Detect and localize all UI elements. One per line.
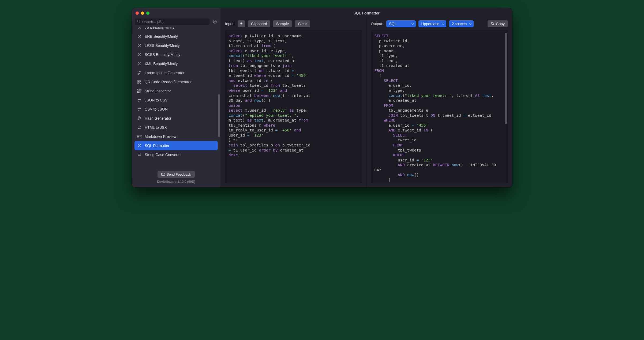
sidebar-item-less-beautify-minify[interactable]: LESS Beautify/Minify xyxy=(134,41,218,50)
casing-value: Uppercase xyxy=(421,22,439,26)
sidebar-item-qr-code-reader-generator[interactable]: QR Code Reader/Generator xyxy=(134,77,218,86)
svg-rect-15 xyxy=(491,22,493,24)
casing-select[interactable]: Uppercase xyxy=(418,20,446,27)
clipboard-button[interactable]: Clipboard xyxy=(248,20,270,27)
sidebar-item-label: Lorem Ipsum Generator xyxy=(145,71,185,75)
output-toolbar: Output: SQL Uppercase 2 spaces xyxy=(367,18,512,31)
wand-icon xyxy=(137,27,142,30)
panes: Input: Clipboard Sample Clear select p.t… xyxy=(221,18,512,187)
input-toolbar: Input: Clipboard Sample Clear xyxy=(221,18,366,31)
sidebar-item-label: HTML to JSX xyxy=(145,125,167,130)
window-close-button[interactable] xyxy=(136,12,139,15)
swap-icon xyxy=(137,125,142,130)
sidebar-item-hash-generator[interactable]: Hash Generator xyxy=(134,114,218,123)
sidebar-item-erb-beautify-minify[interactable]: ERB Beautify/Minify xyxy=(134,32,218,41)
copy-icon xyxy=(491,22,494,26)
sidebar-item-label: XML Beautify/Minify xyxy=(145,62,178,66)
sidebar-item-label: String Case Converter xyxy=(145,153,182,157)
wand-icon xyxy=(137,34,142,39)
sidebar-item-label: CSV to JSON xyxy=(145,107,168,111)
feedback-label: Send Feedback xyxy=(167,172,191,176)
sidebar-item-label: LESS Beautify/Minify xyxy=(145,43,180,48)
wand-icon xyxy=(137,43,142,48)
svg-rect-14 xyxy=(492,23,494,25)
svg-line-1 xyxy=(139,22,140,22)
sidebar-item-scss-beautify-minify[interactable]: SCSS Beautify/Minify xyxy=(134,50,218,59)
search-row: Search... (⌘/) xyxy=(132,18,220,27)
indent-select[interactable]: 2 spaces xyxy=(449,20,474,27)
sidebar-item-string-inspector[interactable]: ABC123String Inspector xyxy=(134,86,218,96)
sidebar-scrollbar[interactable] xyxy=(218,94,220,137)
dialect-select[interactable]: SQL xyxy=(386,20,416,27)
swap-icon xyxy=(137,97,142,103)
swap-icon xyxy=(137,152,142,157)
sidebar-item-label: SCSS Beautify/Minify xyxy=(145,52,180,57)
dialect-value: SQL xyxy=(389,22,396,26)
svg-point-0 xyxy=(137,20,140,22)
sidebar-item-label: String Inspector xyxy=(145,89,171,93)
indent-value: 2 spaces xyxy=(452,22,467,26)
search-icon xyxy=(137,20,140,24)
bolt-button[interactable] xyxy=(238,20,245,27)
input-pane: Input: Clipboard Sample Clear select p.t… xyxy=(221,18,366,187)
titlebar xyxy=(132,8,220,18)
svg-rect-7 xyxy=(140,80,141,82)
sidebar-item-label: Hash Generator xyxy=(145,116,171,120)
sidebar-item-html-to-jsx[interactable]: HTML to JSX xyxy=(134,123,218,132)
output-code-area[interactable]: SELECT p.twitter_id, p.username, p.name,… xyxy=(371,31,508,183)
lorem-icon: LOIP xyxy=(137,70,142,75)
input-label: Input: xyxy=(225,22,234,26)
svg-rect-6 xyxy=(138,80,139,82)
filter-button[interactable] xyxy=(212,19,218,25)
svg-rect-9 xyxy=(140,82,140,83)
sidebar-item-label: JS Beautify/Minify xyxy=(145,27,174,29)
output-pane: Output: SQL Uppercase 2 spaces xyxy=(366,18,512,187)
mail-icon xyxy=(161,172,165,176)
sidebar-item-lorem-ipsum-generator[interactable]: LOIPLorem Ipsum Generator xyxy=(134,68,218,77)
wand-icon xyxy=(137,61,142,66)
search-placeholder: Search... (⌘/) xyxy=(142,20,164,24)
window-minimize-button[interactable] xyxy=(141,12,144,15)
finger-icon xyxy=(137,116,142,121)
sample-button[interactable]: Sample xyxy=(273,20,292,27)
sidebar-item-label: QR Code Reader/Generator xyxy=(145,80,192,84)
sidebar-item-json-to-csv[interactable]: JSON to CSV xyxy=(134,96,218,105)
svg-rect-8 xyxy=(138,82,139,84)
wand-icon xyxy=(137,52,142,57)
sidebar-item-label: Markdown Preview xyxy=(145,134,176,139)
abc-icon: ABC123 xyxy=(137,88,142,94)
sidebar-item-js-beautify-minify[interactable]: JS Beautify/Minify xyxy=(134,27,218,32)
sidebar-item-string-case-converter[interactable]: String Case Converter xyxy=(134,150,218,159)
sidebar-item-csv-to-json[interactable]: CSV to JSON xyxy=(134,105,218,114)
app-window: Search... (⌘/) JS Beautify/MinifyERB Bea… xyxy=(132,8,512,187)
sidebar-item-label: SQL Formatter xyxy=(145,143,169,148)
output-label: Output: xyxy=(371,22,383,26)
sidebar-item-label: JSON to CSV xyxy=(145,98,168,102)
svg-rect-10 xyxy=(140,83,141,84)
wand-icon xyxy=(137,143,142,148)
search-input[interactable]: Search... (⌘/) xyxy=(134,18,210,25)
output-code: SELECT p.twitter_id, p.username, p.name,… xyxy=(375,33,505,182)
sidebar-footer: Send Feedback DevUtils.app 1.12.0 (99D) xyxy=(132,168,220,187)
sidebar-list[interactable]: JS Beautify/MinifyERB Beautify/MinifyLES… xyxy=(132,27,220,168)
send-feedback-button[interactable]: Send Feedback xyxy=(158,171,195,178)
sidebar-item-markdown-preview[interactable]: Markdown Preview xyxy=(134,132,218,141)
qr-icon xyxy=(137,79,142,85)
window-title: SQL Formatter xyxy=(221,8,512,18)
bolt-icon xyxy=(240,22,243,26)
output-scrollbar[interactable] xyxy=(505,33,507,124)
input-code: select p.twitter_id, p.username, p.name,… xyxy=(229,33,359,158)
swap-icon xyxy=(137,107,142,112)
sidebar: Search... (⌘/) JS Beautify/MinifyERB Bea… xyxy=(132,8,221,187)
copy-label: Copy xyxy=(496,22,505,26)
input-code-area[interactable]: select p.twitter_id, p.username, p.name,… xyxy=(225,31,362,183)
sidebar-item-xml-beautify-minify[interactable]: XML Beautify/Minify xyxy=(134,59,218,68)
clear-button[interactable]: Clear xyxy=(295,20,310,27)
app-version: DevUtils.app 1.12.0 (99D) xyxy=(132,180,220,184)
md-icon xyxy=(137,134,142,139)
main-area: SQL Formatter Input: Clipboard Sample Cl… xyxy=(221,8,512,187)
window-zoom-button[interactable] xyxy=(146,12,149,15)
sidebar-item-label: ERB Beautify/Minify xyxy=(145,34,178,39)
sidebar-item-sql-formatter[interactable]: SQL Formatter xyxy=(134,141,218,150)
copy-button[interactable]: Copy xyxy=(488,20,508,27)
